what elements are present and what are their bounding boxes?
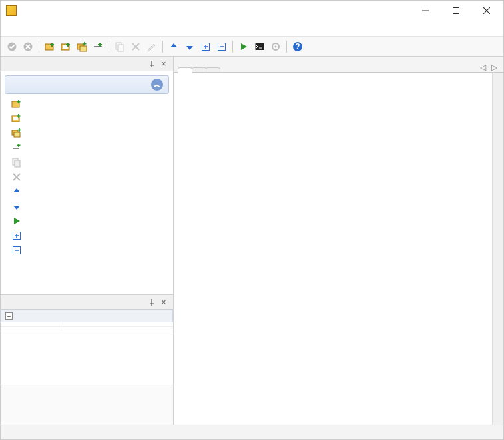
property-description: [1, 385, 173, 425]
pin-icon[interactable]: [146, 59, 157, 69]
task-expand-all[interactable]: [10, 228, 168, 243]
menu-view[interactable]: [30, 27, 41, 30]
tab-other[interactable]: [206, 67, 220, 72]
copy-tb-icon[interactable]: [113, 39, 127, 54]
svg-rect-9: [118, 45, 123, 51]
edit-tb-icon[interactable]: [144, 39, 159, 54]
property-key: [1, 327, 61, 331]
svg-rect-19: [13, 117, 18, 120]
move-up-tb-icon[interactable]: [166, 39, 181, 54]
maximize-button[interactable]: [441, 1, 471, 21]
collapse-icon: [11, 245, 22, 256]
left-column: × ︽: [1, 57, 174, 425]
expand-icon: [11, 230, 22, 241]
command-tree[interactable]: [174, 73, 503, 425]
minimize-button[interactable]: [410, 1, 441, 21]
tab-scroll-right-icon[interactable]: ▷: [489, 63, 499, 72]
settings-tb-icon[interactable]: [268, 39, 283, 54]
menu-help[interactable]: [54, 27, 65, 30]
property-category-general[interactable]: −: [1, 310, 173, 322]
move-down-tb-icon[interactable]: [182, 39, 197, 54]
cancel-icon[interactable]: [21, 39, 35, 54]
properties-panel-header: ×: [1, 295, 173, 310]
folder-plus-icon: [11, 99, 22, 109]
task-copy: [10, 155, 168, 170]
svg-point-14: [275, 45, 277, 47]
console-tb-icon[interactable]: [252, 39, 267, 54]
close-panel-icon[interactable]: ×: [158, 297, 169, 308]
collapse-tb-icon[interactable]: [214, 39, 229, 54]
svg-rect-5: [63, 45, 68, 49]
pin-icon[interactable]: [146, 297, 157, 308]
operations-list: [5, 94, 169, 260]
add-batch-icon[interactable]: [59, 39, 73, 54]
status-bar: [1, 425, 503, 439]
separator: [232, 41, 233, 53]
delete-icon: [11, 172, 22, 182]
menu-tools[interactable]: [42, 27, 53, 30]
task-add-command[interactable]: [10, 97, 168, 111]
apply-icon[interactable]: [5, 39, 19, 54]
arrow-down-icon: [11, 201, 22, 212]
task-move-down[interactable]: [10, 199, 168, 214]
separator-plus-icon: [11, 142, 22, 153]
chevron-up-icon: ︽: [151, 79, 163, 91]
svg-text:?: ?: [295, 42, 300, 51]
svg-rect-21: [14, 132, 20, 137]
folder-plus-icon: [11, 113, 22, 124]
property-value[interactable]: [61, 322, 173, 326]
vertical-scrollbar[interactable]: [492, 73, 503, 425]
task-add-separator[interactable]: [10, 140, 168, 155]
delete-tb-icon[interactable]: [128, 39, 143, 54]
menu-file[interactable]: [6, 27, 17, 30]
task-delete: [10, 170, 168, 184]
separator: [109, 41, 109, 53]
tab-scroll-left-icon[interactable]: ◁: [478, 63, 488, 72]
task-add-submenu[interactable]: [10, 126, 168, 140]
task-add-batch[interactable]: [10, 111, 168, 126]
help-tb-icon[interactable]: ?: [290, 39, 305, 54]
menu-edit[interactable]: [18, 27, 29, 30]
property-value[interactable]: [61, 327, 173, 331]
task-test[interactable]: [10, 214, 168, 228]
property-key: [1, 322, 61, 326]
svg-rect-7: [80, 46, 87, 51]
close-button[interactable]: [471, 1, 502, 21]
separator: [286, 41, 287, 53]
task-move-up[interactable]: [10, 184, 168, 199]
properties-panel: × −: [1, 294, 173, 425]
add-command-icon[interactable]: [43, 39, 57, 54]
property-row-sortfile[interactable]: [1, 327, 173, 331]
submenu-plus-icon: [11, 128, 22, 138]
tab-commands[interactable]: [178, 67, 192, 73]
close-panel-icon[interactable]: ×: [158, 59, 169, 69]
tab-sendto[interactable]: [192, 67, 206, 72]
copy-icon: [11, 157, 22, 168]
right-column: ◁ ▷: [174, 57, 503, 425]
separator: [39, 41, 39, 53]
menu-bar: [1, 21, 503, 37]
expand-tb-icon[interactable]: [198, 39, 213, 54]
tab-nav: ◁ ▷: [478, 63, 499, 72]
property-row-funckey[interactable]: [1, 322, 173, 327]
add-submenu-icon[interactable]: [75, 39, 89, 54]
tab-bar: ◁ ▷: [174, 57, 503, 73]
add-separator-icon[interactable]: [91, 39, 105, 54]
tasks-panel-header: ×: [1, 57, 173, 71]
play-icon: [11, 216, 22, 226]
app-icon: [6, 5, 17, 16]
toolbar: ?: [1, 37, 503, 57]
separator: [162, 41, 163, 53]
tasks-panel: ︽: [1, 71, 173, 294]
operations-group-header[interactable]: ︽: [5, 75, 169, 94]
run-tb-icon[interactable]: [236, 39, 251, 54]
svg-rect-23: [15, 160, 20, 167]
svg-rect-0: [453, 8, 459, 14]
arrow-up-icon: [11, 186, 22, 197]
title-bar: [1, 1, 503, 21]
task-collapse-all[interactable]: [10, 243, 168, 258]
